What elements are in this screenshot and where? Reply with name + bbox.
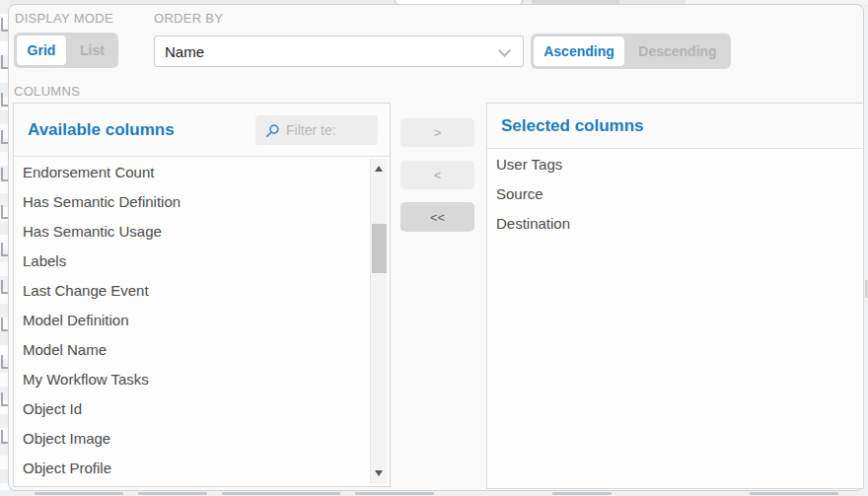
background-text-stub [138,492,207,495]
list-item[interactable]: My Workflow Tasks [14,365,369,394]
list-item[interactable]: Labels [14,247,369,276]
display-mode-label: DISPLAY MODE [15,11,113,26]
background-card-stub [1,280,8,294]
background-text-stub [552,492,612,495]
background-card-stub [1,430,8,444]
list-item[interactable]: Object Id [14,394,369,424]
search-icon [265,123,280,138]
display-mode-toggle: Grid List [14,33,118,68]
list-item[interactable]: Model Name [14,335,369,365]
sort-descending-button[interactable]: Descending [624,34,731,69]
screen: DISPLAY MODE Grid List ORDER BY Name Asc… [0,0,868,496]
order-by-select[interactable]: Name [154,35,524,67]
view-settings-panel: DISPLAY MODE Grid List ORDER BY Name Asc… [8,4,864,491]
scroll-down-icon [375,470,383,476]
sort-direction-toggle: Ascending Descending [531,34,731,69]
list-item[interactable]: Object Image [14,424,369,454]
background-text-stub [750,492,838,495]
display-mode-grid-button[interactable]: Grid [17,35,66,65]
list-item[interactable]: User Tags [487,150,863,179]
list-item[interactable]: Object Profile [14,454,369,483]
background-card-stub [1,93,8,106]
list-item[interactable]: Has Semantic Usage [14,217,369,247]
columns-section-label: COLUMNS [14,84,80,99]
list-item[interactable]: Source [487,179,863,209]
background-card-stub [1,392,8,406]
remove-all-button[interactable]: << [400,202,474,232]
background-card-stub [1,318,8,331]
available-columns-title: Available columns [28,120,175,140]
selected-columns-panel: Selected columns User Tags Source Destin… [486,103,864,489]
chevron-down-icon [498,44,511,57]
selected-columns-header: Selected columns [487,104,863,149]
filter-box[interactable] [255,115,378,145]
available-columns-header: Available columns [14,104,390,157]
order-by-label: ORDER BY [154,11,223,26]
background-card-stub [1,168,8,181]
move-left-button[interactable]: < [400,161,474,189]
background-card-stub [1,55,8,69]
list-item[interactable]: Endorsement Count [14,158,369,187]
sort-ascending-button[interactable]: Ascending [534,36,624,66]
scroll-down-button[interactable] [371,465,388,481]
background-text-stub [222,492,340,495]
selected-columns-title: Selected columns [501,116,644,136]
background-text-stub [35,492,123,495]
background-card-stub [1,130,8,144]
background-card-stub [1,18,8,32]
list-item[interactable]: Has Semantic Definition [14,187,369,217]
move-right-button[interactable]: > [400,118,474,147]
display-mode-list-button[interactable]: List [66,33,118,68]
list-item[interactable]: Last Change Event [14,276,369,306]
background-card-stub [1,205,8,219]
background-card-stub [1,243,8,256]
available-columns-list: Endorsement Count Has Semantic Definitio… [14,158,369,485]
available-columns-panel: Available columns Endorsement Count Has … [13,103,391,487]
background-text-stub [355,492,434,495]
order-by-selected-value: Name [155,43,204,60]
scroll-up-button[interactable] [371,161,388,177]
filter-input[interactable] [286,122,365,138]
selected-columns-list: User Tags Source Destination [487,150,863,487]
list-item[interactable]: Destination [487,209,863,239]
scroll-up-icon [375,166,383,172]
list-item[interactable]: Model Definition [14,306,369,335]
background-card-stub [1,355,8,369]
scrollbar-track[interactable] [370,159,387,483]
scrollbar-thumb[interactable] [372,224,387,273]
